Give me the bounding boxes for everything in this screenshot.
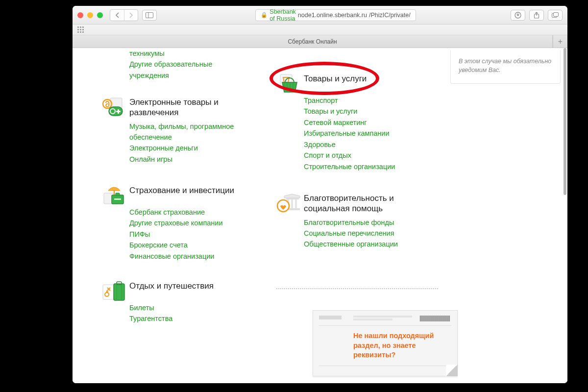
new-tab-button[interactable]: + (553, 35, 567, 48)
svg-rect-5 (554, 12, 559, 16)
link[interactable]: Электронные деньги (129, 143, 254, 153)
info-panel-text: В этом случае мы обязательно уведомим Ва… (459, 57, 552, 74)
category-goods: Товары и услуги Транспорт Товары и услуг… (276, 74, 428, 172)
back-button[interactable] (110, 10, 124, 21)
category-entertainment: Электронные товары и развлечения Музыка,… (102, 97, 254, 165)
link[interactable]: Брокерские счета (129, 240, 254, 250)
secure-site-label: Sberbank of Russia (270, 8, 296, 22)
category-charity: Благотворительность и социальная помощь … (276, 193, 428, 250)
link[interactable]: Благотворительные фонды (304, 217, 428, 228)
link[interactable]: Общественные организации (304, 239, 428, 249)
link[interactable]: Билеты (129, 302, 254, 313)
link[interactable]: Спорт и отдых (304, 150, 428, 161)
url-host: node1.online.sberbank.ru (298, 12, 367, 19)
info-panel: В этом случае мы обязательно уведомим Ва… (450, 50, 561, 84)
forward-button[interactable] (124, 10, 138, 21)
travel-icon (102, 281, 129, 302)
link[interactable]: Товары и услуги (304, 106, 428, 117)
link-tech[interactable]: техникумы (102, 48, 254, 59)
svg-point-27 (277, 200, 289, 212)
category-title: Электронные товары и развлечения (129, 97, 254, 118)
link[interactable]: Сбербанк страхование (129, 207, 254, 218)
category-title: Товары и услуги (304, 74, 367, 84)
category-travel: Отдых и путешествия Билеты Турагентства (102, 281, 254, 324)
charity-icon (276, 193, 304, 215)
category-title: Страхование и инвестиции (129, 185, 234, 196)
link[interactable]: Социальные перечисления (304, 228, 428, 239)
link[interactable]: Музыка, фильмы, программное обеспечение (129, 121, 254, 143)
divider (276, 288, 438, 289)
category-title: Благотворительность и социальная помощь (304, 193, 428, 214)
link-other-edu[interactable]: Другие образовательные учреждения (102, 59, 254, 81)
link[interactable]: Избирательные кампании (304, 128, 428, 139)
link[interactable]: Транспорт (304, 95, 428, 106)
url-path: /PhizIC/private/ (369, 12, 411, 19)
svg-rect-17 (114, 284, 124, 300)
window-controls (77, 12, 103, 18)
svg-rect-25 (295, 199, 297, 208)
entertainment-icon (102, 97, 129, 119)
link[interactable]: Строительные организации (304, 161, 428, 172)
share-button[interactable] (529, 10, 544, 21)
grid-icon[interactable] (77, 26, 84, 33)
scrollbar[interactable] (564, 48, 566, 382)
link[interactable]: Сетевой маркетинг (304, 117, 428, 128)
downloads-button[interactable] (511, 10, 525, 21)
scrollbar-thumb[interactable] (564, 48, 566, 195)
orphan-links: техникумы Другие образовательные учрежде… (102, 48, 254, 81)
tabs-button[interactable] (548, 10, 563, 21)
goods-icon (276, 74, 304, 95)
link[interactable]: Турагентства (129, 313, 254, 324)
barcode-icon (420, 316, 450, 321)
page-fold-icon (446, 365, 458, 376)
link[interactable]: Здоровье (304, 139, 428, 150)
sidebar-toggle-button[interactable] (142, 10, 157, 21)
insurance-icon (102, 185, 129, 207)
promo-card[interactable]: Не нашли подходящий раздел, но знаете ре… (313, 310, 458, 376)
link[interactable]: Другие страховые компании (129, 218, 254, 228)
address-bar[interactable]: 🔒 Sberbank of Russia node1.online.sberba… (255, 9, 416, 21)
nav-buttons (110, 9, 138, 21)
favorites-bar (73, 24, 567, 35)
svg-rect-13 (116, 193, 120, 196)
promo-text: Не нашли подходящий раздел, но знаете ре… (353, 331, 447, 360)
browser-tab[interactable]: Сбербанк Онлайн (73, 35, 553, 48)
svg-rect-14 (114, 198, 121, 200)
safari-window: 🔒 Sberbank of Russia node1.online.sberba… (73, 6, 567, 383)
link[interactable]: ПИФы (129, 229, 254, 240)
category-title: Отдых и путешествия (129, 281, 214, 291)
svg-rect-0 (146, 12, 153, 18)
category-insurance: Страхование и инвестиции Сбербанк страхо… (102, 185, 254, 262)
svg-rect-22 (286, 198, 299, 199)
tab-title: Сбербанк Онлайн (288, 38, 337, 45)
minimize-window-icon[interactable] (87, 12, 93, 18)
link[interactable]: Онлайн игры (129, 154, 254, 165)
browser-toolbar: 🔒 Sberbank of Russia node1.online.sberba… (73, 6, 567, 24)
tab-bar: Сбербанк Онлайн + (73, 35, 567, 48)
svg-rect-24 (291, 199, 293, 208)
zoom-window-icon[interactable] (97, 12, 103, 18)
close-window-icon[interactable] (77, 12, 83, 18)
svg-rect-15 (103, 285, 115, 299)
lock-icon: 🔒 (261, 12, 268, 18)
link[interactable]: Финансовые организации (129, 251, 254, 262)
page-viewport: В этом случае мы обязательно уведомим Ва… (73, 48, 567, 383)
